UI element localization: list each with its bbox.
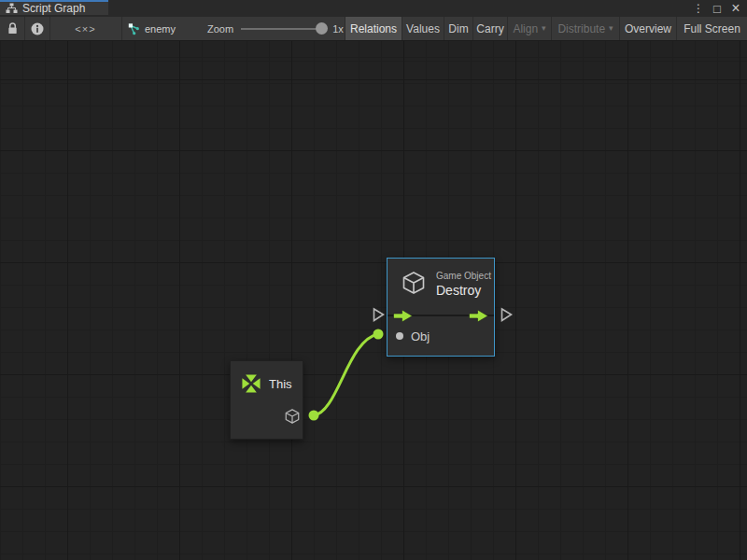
graph-toolbar: <×> enemy Zoom 1x Relations Va [0,17,747,41]
graph-canvas[interactable]: This Game Object Dest [0,41,747,560]
connection-target-dot[interactable] [374,329,384,340]
chevron-down-icon: ▾ [542,24,546,33]
overview-button[interactable]: Overview [620,17,677,40]
graph-name: enemy [145,23,176,35]
game-object-cube-icon [401,270,427,296]
obj-input-port[interactable] [396,332,403,340]
script-graph-icon [6,3,18,14]
maximize-icon[interactable]: □ [710,0,725,17]
zoom-label: Zoom [207,23,233,35]
toolbar-button-row: Relations Values Dim Carry Align ▾ Distr… [345,17,747,40]
tab-title: Script Graph [22,2,85,15]
connections-overlay [0,41,747,560]
graph-breadcrumb[interactable]: enemy [127,17,176,40]
connection-this-to-destroy[interactable] [314,334,378,415]
dim-button[interactable]: Dim [444,17,473,40]
carry-button[interactable]: Carry [473,17,508,40]
zoom-slider-track[interactable] [241,28,323,30]
node-this-header: This [231,361,303,396]
toolbar-separator [121,17,122,40]
values-button[interactable]: Values [402,17,444,40]
node-category: Game Object [436,271,491,281]
game-object-output-port-icon[interactable] [284,408,301,425]
self-icon [239,371,263,396]
obj-input-row: Obj [388,329,430,343]
lock-button[interactable] [0,17,24,40]
node-header-texts: Game Object Destroy [436,270,491,298]
obj-input-label: Obj [411,329,430,343]
zoom-slider-handle[interactable] [316,22,328,35]
graph-asset-icon [127,22,140,35]
script-graph-window: Script Graph ⋮ □ × <×> [0,0,747,560]
node-destroy-header: Game Object Destroy [388,259,494,298]
tab-bar: Script Graph ⋮ □ × [0,0,747,17]
node-entry-port-triangle[interactable] [374,309,384,321]
node-title: This [269,377,292,391]
zoom-control: Zoom 1x [207,17,344,40]
chevron-down-icon: ▾ [609,24,613,33]
code-ports-toggle-button[interactable]: <×> [50,17,120,40]
distribute-dropdown-button[interactable]: Distribute ▾ [552,17,620,40]
close-icon[interactable]: × [728,0,743,17]
relations-button[interactable]: Relations [345,17,402,40]
trigger-input-arrow-icon[interactable] [393,310,413,322]
node-this[interactable]: This [230,360,303,440]
tab-script-graph[interactable]: Script Graph [0,0,108,15]
info-icon [31,22,44,35]
trigger-output-arrow-icon[interactable] [469,310,488,322]
zoom-value: 1x [332,23,344,35]
node-title: Destroy [436,283,491,298]
connection-source-dot[interactable] [309,411,319,421]
lock-icon [7,21,19,35]
node-destroy[interactable]: Game Object Destroy Obj [387,258,495,357]
window-menu-icon[interactable]: ⋮ [691,0,706,17]
info-button[interactable] [25,17,49,40]
window-controls: ⋮ □ × [691,0,743,17]
align-dropdown-button[interactable]: Align ▾ [508,17,552,40]
full-screen-button[interactable]: Full Screen [677,17,747,40]
zoom-slider[interactable] [241,17,331,40]
node-exit-port-triangle[interactable] [502,309,512,321]
